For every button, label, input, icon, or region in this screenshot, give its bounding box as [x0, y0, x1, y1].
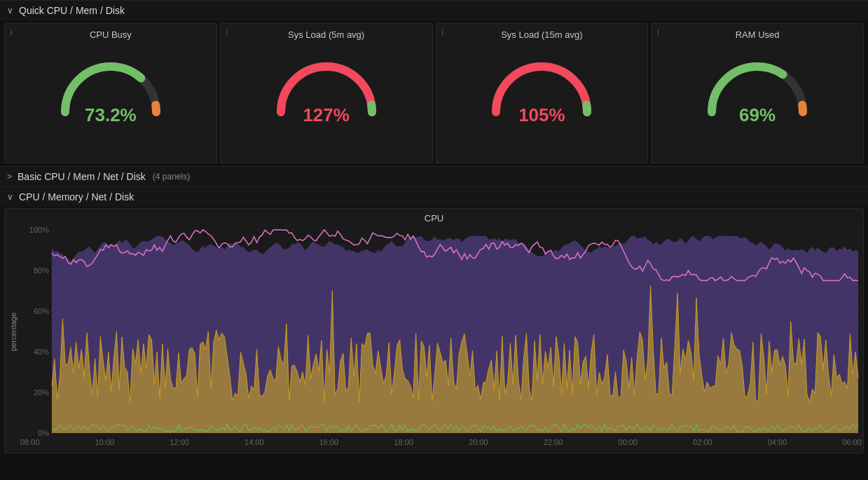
chart-title: CPU — [6, 213, 862, 224]
x-tick: 00:00 — [618, 438, 638, 446]
gauge-value-1: 127% — [270, 104, 383, 126]
cpu-chart-canvas — [20, 226, 862, 437]
info-icon-2: i — [442, 28, 443, 36]
basic-section-header[interactable]: > Basic CPU / Mem / Net / Disk (4 panels… — [0, 166, 868, 186]
gauge-value-3: 69% — [701, 104, 813, 126]
chart-section: CPU percentage 08:0010:0012:0014:0016:00… — [0, 207, 868, 456]
x-tick: 14:00 — [244, 438, 264, 446]
x-tick: 22:00 — [544, 438, 563, 446]
basic-panels-count: (4 panels) — [153, 172, 190, 181]
gauge-title-0: CPU Busy — [90, 29, 132, 40]
gauge-container-0: 73.2% — [55, 53, 167, 123]
gauge-container-1: 127% — [270, 53, 383, 123]
quick-title: Quick CPU / Mem / Disk — [19, 5, 125, 16]
gauge-panel-2: i Sys Load (15m avg) 105% — [436, 23, 649, 163]
gauge-title-3: RAM Used — [736, 29, 780, 40]
gauge-title-1: Sys Load (5m avg) — [288, 29, 364, 40]
cpu-chart-panel: CPU percentage 08:0010:0012:0014:0016:00… — [4, 208, 864, 453]
x-tick: 12:00 — [170, 438, 189, 446]
cpu-memory-section-header[interactable]: ∨ CPU / Memory / Net / Disk — [0, 186, 868, 207]
quick-arrow: ∨ — [7, 6, 13, 15]
x-tick: 20:00 — [469, 438, 488, 446]
basic-arrow: > — [7, 172, 12, 181]
x-tick: 10:00 — [95, 438, 115, 446]
cpu-memory-arrow: ∨ — [7, 192, 13, 202]
x-tick: 02:00 — [693, 438, 712, 446]
info-icon-1: i — [226, 28, 228, 36]
gauge-value-0: 73.2% — [55, 104, 167, 126]
info-icon-3: i — [657, 28, 659, 36]
cpu-memory-title: CPU / Memory / Net / Disk — [19, 191, 134, 203]
x-tick: 18:00 — [394, 438, 413, 446]
gauge-title-2: Sys Load (15m avg) — [501, 29, 582, 40]
x-tick: 04:00 — [768, 438, 787, 446]
x-tick: 16:00 — [319, 438, 339, 446]
x-tick: 08:00 — [20, 438, 40, 446]
gauges-row: i CPU Busy 73.2% i Sys Load (5m avg) 127… — [0, 20, 868, 166]
chart-area — [20, 226, 862, 437]
basic-title: Basic CPU / Mem / Net / Disk — [18, 171, 146, 182]
x-axis: 08:0010:0012:0014:0016:0018:0020:0022:00… — [6, 437, 862, 446]
gauge-panel-1: i Sys Load (5m avg) 127% — [220, 23, 433, 163]
x-tick: 06:00 — [842, 438, 862, 446]
quick-section-header[interactable]: ∨ Quick CPU / Mem / Disk — [0, 0, 868, 20]
info-icon-0: i — [11, 28, 12, 36]
gauge-container-3: 69% — [701, 53, 813, 123]
gauge-panel-0: i CPU Busy 73.2% — [4, 23, 217, 163]
gauge-container-2: 105% — [485, 53, 598, 123]
gauge-value-2: 105% — [485, 104, 598, 126]
gauge-panel-3: i RAM Used 69% — [651, 23, 864, 163]
y-axis-label: percentage — [6, 226, 20, 437]
chart-wrapper: percentage — [6, 226, 862, 437]
